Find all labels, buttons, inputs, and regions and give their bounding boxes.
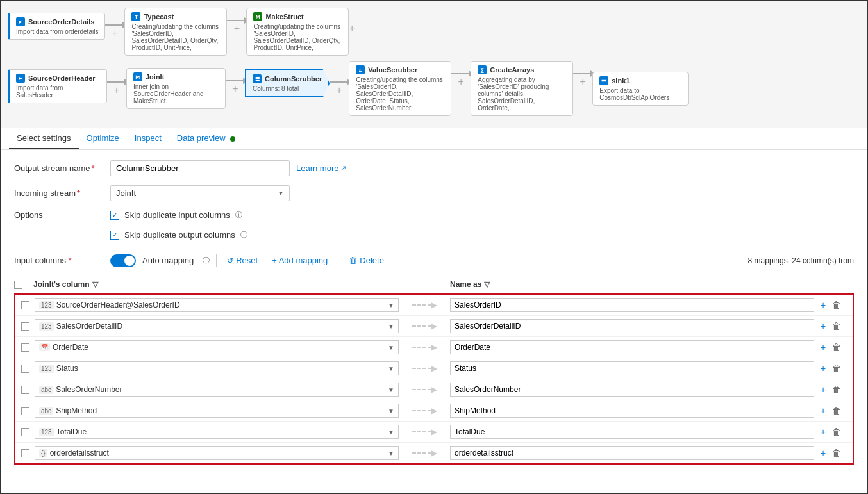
row-6-checkbox[interactable] (21, 428, 29, 436)
input-columns-row: Input columns * Auto mapping ⓘ ↺ Reset +… (14, 254, 854, 267)
delete-row-2-button[interactable]: 🗑 (831, 341, 842, 354)
add-row-7-button[interactable]: + (819, 447, 827, 459)
row-0-checkbox[interactable] (21, 301, 29, 309)
auto-mapping-info-icon[interactable]: ⓘ (203, 256, 210, 265)
row-1-target (450, 319, 814, 333)
plus-btn-2[interactable]: + (234, 23, 240, 35)
delete-row-1-button[interactable]: 🗑 (831, 320, 842, 333)
source-icon: ► (16, 17, 25, 26)
source-4-dropdown[interactable]: abc SalesOrderNumber ▼ (35, 383, 399, 397)
target-0-input[interactable] (450, 298, 814, 312)
node-desc: Columns: 8 total (253, 85, 322, 92)
row-1-checkbox[interactable] (21, 322, 29, 331)
tab-data-preview[interactable]: Data preview (169, 128, 244, 149)
source-3-dropdown[interactable]: 123 Status ▼ (35, 361, 399, 375)
row-3-actions: + 🗑 (814, 362, 853, 375)
plus-btn-5[interactable]: + (232, 83, 238, 95)
row-7-checkbox[interactable] (21, 449, 29, 457)
add-row-4-button[interactable]: + (819, 383, 827, 396)
row-1-actions: + 🗑 (814, 320, 853, 333)
target-5-input[interactable] (450, 404, 814, 418)
row-4-source: abc SalesOrderNumber ▼ (35, 383, 399, 397)
createarrays-icon: ∑ (478, 65, 487, 74)
arrow-right-icon: ▶ (412, 427, 437, 436)
skip-input-checkbox[interactable] (110, 211, 119, 220)
valuescrubber-icon: Σ (356, 65, 365, 74)
info-icon-output[interactable]: ⓘ (240, 230, 247, 240)
row-5-checkbox[interactable] (21, 407, 29, 415)
incoming-stream-row: Incoming stream* JoinIt ▼ (14, 185, 854, 201)
plus-btn-3[interactable]: + (349, 22, 355, 34)
node-desc: Creating/updating the columns 'SalesOrde… (356, 76, 444, 111)
add-mapping-button[interactable]: + Add mapping (268, 254, 331, 267)
row-0-actions: + 🗑 (814, 299, 853, 311)
source-0-dd-arrow: ▼ (388, 302, 394, 309)
delete-row-6-button[interactable]: 🗑 (831, 425, 842, 438)
target-6-input[interactable] (450, 425, 814, 439)
add-row-2-button[interactable]: + (819, 341, 827, 354)
source-6-type: 123 (39, 428, 54, 436)
delete-button[interactable]: 🗑 Delete (345, 254, 388, 267)
target-4-input[interactable] (450, 383, 814, 397)
node-columnScrubber[interactable]: ☰ ColumnScrubber Columns: 8 total (245, 69, 330, 97)
node-sourceOrderDetails[interactable]: ► SourceOrderDetails Import data from or… (8, 13, 105, 40)
source-0-dropdown[interactable]: 123 SourceOrderHeader@SalesOrderID ▼ (35, 298, 399, 312)
target-filter-icon[interactable]: ▽ (484, 280, 490, 289)
target-2-input[interactable] (450, 340, 814, 354)
row-3-checkbox[interactable] (21, 365, 29, 373)
target-7-input[interactable] (450, 446, 814, 460)
row-4-arrow: ▶ (399, 385, 450, 394)
add-row-1-button[interactable]: + (819, 320, 827, 333)
skip-output-checkbox[interactable] (110, 231, 119, 240)
add-row-5-button[interactable]: + (819, 404, 827, 417)
delete-row-3-button[interactable]: 🗑 (831, 362, 842, 375)
select-all-checkbox[interactable] (14, 281, 22, 289)
node-valueScrubber[interactable]: Σ ValueScrubber Creating/updating the co… (349, 61, 451, 116)
data-preview-dot (230, 136, 235, 142)
row-2-checkbox[interactable] (21, 343, 29, 352)
row-checkbox-cell (15, 343, 35, 352)
plus-btn-4[interactable]: + (113, 85, 119, 96)
plus-btn-7[interactable]: + (458, 76, 464, 88)
source-6-dropdown[interactable]: 123 TotalDue ▼ (35, 425, 399, 439)
plus-btn-6[interactable]: + (337, 85, 342, 96)
node-joinIt[interactable]: ⋈ JoinIt Inner join on SourceOrderHeader… (126, 68, 226, 109)
target-3-input[interactable] (450, 361, 814, 375)
reset-button[interactable]: ↺ Reset (223, 254, 262, 267)
add-row-0-button[interactable]: + (819, 299, 827, 311)
delete-row-5-button[interactable]: 🗑 (831, 404, 842, 417)
plus-btn-1[interactable]: + (112, 28, 118, 39)
delete-row-4-button[interactable]: 🗑 (831, 383, 842, 396)
node-name: ValueScrubber (368, 66, 417, 74)
source-7-dropdown[interactable]: {} orderdetailsstruct ▼ (35, 446, 399, 460)
info-icon-input[interactable]: ⓘ (235, 210, 242, 220)
source-2-dropdown[interactable]: 📅 OrderDate ▼ (35, 340, 399, 354)
source-5-dropdown[interactable]: abc ShipMethod ▼ (35, 404, 399, 418)
delete-row-0-button[interactable]: 🗑 (831, 299, 842, 311)
row-checkbox-cell (15, 449, 35, 457)
source-1-dropdown[interactable]: 123 SalesOrderDetailID ▼ (35, 319, 399, 333)
add-row-3-button[interactable]: + (819, 362, 827, 375)
output-stream-input[interactable] (110, 160, 290, 176)
incoming-stream-dropdown[interactable]: JoinIt ▼ (110, 185, 290, 201)
row-7-arrow: ▶ (399, 449, 450, 457)
target-1-input[interactable] (450, 319, 814, 333)
tab-optimize[interactable]: Optimize (79, 128, 127, 149)
plus-btn-8[interactable]: + (580, 76, 586, 88)
node-typecast[interactable]: T Typecast Creating/updating the columns… (124, 8, 227, 56)
node-desc: Aggregating data by 'SalesOrderID' produ… (478, 76, 566, 111)
node-makeStruct[interactable]: M MakeStruct Creating/updating the colum… (246, 8, 349, 56)
auto-mapping-toggle[interactable] (110, 254, 136, 267)
add-row-6-button[interactable]: + (819, 425, 827, 438)
row-2-actions: + 🗑 (814, 341, 853, 354)
learn-more-link[interactable]: Learn more ↗ (296, 163, 346, 173)
source-filter-icon[interactable]: ▽ (92, 280, 98, 289)
node-sink1[interactable]: ➡ sink1 Export data to CosmosDbSqlApiOrd… (592, 72, 689, 106)
node-createArrays[interactable]: ∑ CreateArrays Aggregating data by 'Sale… (471, 61, 573, 116)
row-7-source: {} orderdetailsstruct ▼ (35, 446, 399, 460)
row-4-checkbox[interactable] (21, 386, 29, 394)
tab-inspect[interactable]: Inspect (127, 128, 169, 149)
delete-row-7-button[interactable]: 🗑 (831, 447, 842, 459)
tab-select-settings[interactable]: Select settings (9, 128, 79, 149)
node-sourceOrderHeader[interactable]: ► SourceOrderHeader Import data from Sal… (8, 69, 107, 103)
